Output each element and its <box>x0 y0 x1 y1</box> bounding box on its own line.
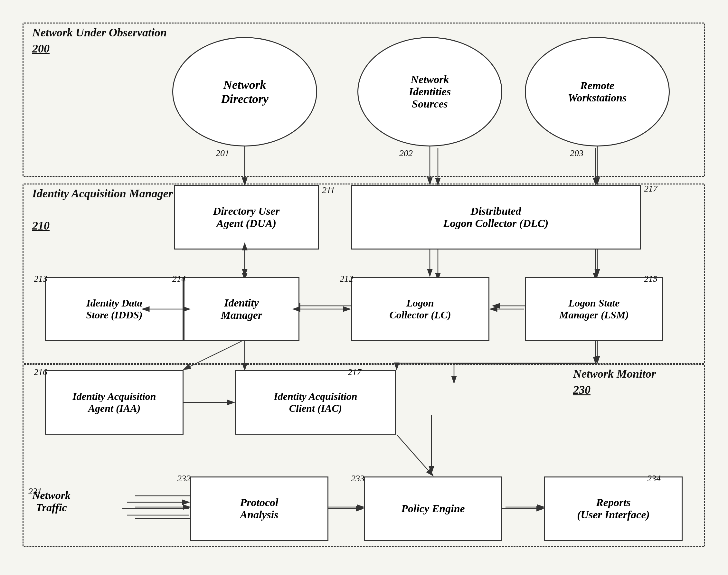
network-traffic-ref: 231 <box>28 486 42 497</box>
iaa-ref: 216 <box>34 367 47 377</box>
iaa-node: Identity Acquisition Agent (IAA) <box>45 370 184 435</box>
logon-collector-ref: 212 <box>340 274 353 284</box>
network-under-observation-ref: 200 <box>32 42 49 55</box>
identity-data-store-ref: 213 <box>34 274 47 284</box>
logon-state-manager-ref: 215 <box>644 274 658 284</box>
identity-manager-ref: 214 <box>172 274 186 284</box>
identity-data-store-node: Identity Data Store (IDDS) <box>45 277 184 341</box>
iac-node: Identity Acquisition Client (IAC) <box>235 370 396 435</box>
network-directory-node: Network Directory <box>172 37 317 146</box>
network-directory-ref: 201 <box>216 148 229 159</box>
dua-ref: 211 <box>322 185 335 195</box>
network-monitor-ref: 230 <box>573 383 591 397</box>
logon-collector-node: Logon Collector (LC) <box>351 277 489 341</box>
dua-node: Directory User Agent (DUA) <box>174 185 319 249</box>
policy-engine-node: Policy Engine <box>364 476 502 541</box>
network-monitor-label: Network Monitor <box>573 367 656 380</box>
logon-state-manager-node: Logon State Manager (LSM) <box>525 277 663 341</box>
network-identities-ref: 202 <box>399 148 413 159</box>
diagram-container: Network Under Observation 200 Network Di… <box>10 10 718 567</box>
policy-engine-ref: 233 <box>351 473 364 483</box>
dlc-node: Distributed Logon Collector (DLC) <box>351 185 641 249</box>
network-identities-node: Network Identities Sources <box>357 37 502 146</box>
network-under-observation-label: Network Under Observation <box>32 26 167 39</box>
remote-workstations-ref: 203 <box>570 148 584 159</box>
identity-manager-node: Identity Manager <box>184 277 299 341</box>
iac-ref: 217 <box>348 367 361 377</box>
iam-ref: 210 <box>32 219 49 232</box>
reports-ref: 234 <box>647 473 661 483</box>
reports-node: Reports (User Interface) <box>544 476 683 541</box>
protocol-analysis-node: Protocol Analysis <box>190 476 328 541</box>
remote-workstations-node: Remote Workstations <box>525 37 670 146</box>
protocol-analysis-ref: 232 <box>177 473 191 483</box>
dlc-ref: 217 <box>644 183 658 194</box>
